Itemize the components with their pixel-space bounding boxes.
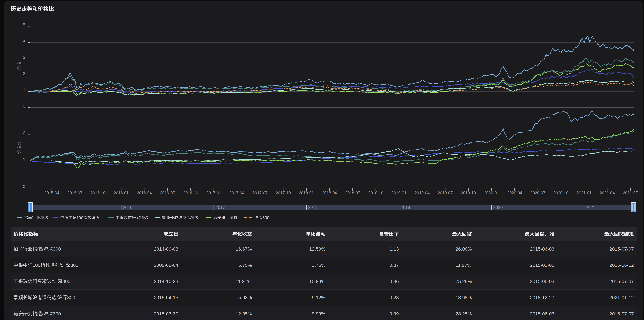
svg-text:2018-12-27: 2018-12-27 [530,295,554,300]
svg-text:2021-01: 2021-01 [576,191,592,195]
svg-text:1.13: 1.13 [390,246,399,252]
svg-text:/: / [42,246,44,252]
svg-text:5: 5 [23,23,25,27]
svg-text:/: / [52,279,53,284]
svg-text:2019-07: 2019-07 [438,191,453,195]
svg-text:16.67%: 16.67% [236,246,252,252]
svg-text:3.75%: 3.75% [312,263,326,268]
svg-text:0.28: 0.28 [390,295,399,300]
svg-text:2020-01: 2020-01 [484,191,499,195]
svg-text:2015-04-15: 2015-04-15 [154,295,178,300]
svg-text:0.99: 0.99 [390,311,399,316]
svg-text:300: 300 [262,215,269,220]
svg-text:5.75%: 5.75% [238,263,252,268]
svg-text:11.91%: 11.91% [236,279,252,284]
svg-text:2015-04: 2015-04 [44,191,59,195]
svg-text:0: 0 [23,104,25,108]
svg-text:2: 2 [23,130,25,135]
svg-text:2018-01: 2018-01 [299,191,314,195]
svg-text:1: 1 [23,157,25,162]
svg-text:18.98%: 18.98% [456,295,472,300]
svg-text:2017-01: 2017-01 [206,191,221,195]
svg-text:2019: 2019 [401,205,410,210]
svg-text:2018-10: 2018-10 [368,191,383,195]
svg-text:2018-07: 2018-07 [345,191,360,195]
svg-text:2015-07-07: 2015-07-07 [610,311,634,316]
svg-text:2015-06-03: 2015-06-03 [530,279,554,284]
svg-text:2015-06-12: 2015-06-12 [610,263,634,268]
svg-text:2020: 2020 [493,205,503,210]
svg-text:12.35%: 12.35% [236,311,252,316]
svg-text:28.25%: 28.25% [456,311,472,316]
svg-text:300: 300 [67,295,75,300]
svg-text:2018: 2018 [308,205,318,210]
svg-text:10.93%: 10.93% [309,279,326,284]
svg-text:2014-10-23: 2014-10-23 [154,279,178,284]
svg-text:/: / [56,295,58,300]
svg-text:2015-03-30: 2015-03-30 [154,311,178,316]
svg-text:11.97%: 11.97% [456,263,472,268]
svg-text:2020-07: 2020-07 [530,191,545,195]
svg-text:2015-07: 2015-07 [68,191,82,195]
svg-text:/: / [60,263,61,268]
svg-text:2016-07: 2016-07 [160,191,175,195]
svg-text:0: 0 [23,184,25,189]
svg-text:2014-09-03: 2014-09-03 [154,246,178,252]
svg-text:2021-04: 2021-04 [600,191,615,195]
svg-text:/: / [42,311,44,316]
svg-text:300: 300 [70,263,78,268]
svg-text:100: 100 [76,215,84,220]
svg-text:2: 2 [23,71,25,76]
svg-text:5.08%: 5.08% [238,295,252,300]
svg-text:2015-06-03: 2015-06-03 [530,311,554,316]
svg-text:0.86: 0.86 [390,279,399,284]
svg-text:2016-01: 2016-01 [114,191,129,195]
svg-text:1: 1 [23,88,25,92]
svg-text:0.87: 0.87 [390,263,399,268]
svg-text:2016-04: 2016-04 [137,191,152,195]
svg-text:2016-10: 2016-10 [183,191,198,195]
svg-text:2015-01-05: 2015-01-05 [530,263,554,268]
svg-text:12.59%: 12.59% [309,246,326,252]
svg-text:300: 300 [62,279,70,284]
svg-text:2021: 2021 [586,205,595,210]
svg-text:26.08%: 26.08% [456,246,472,252]
svg-text:2020-04: 2020-04 [507,191,522,195]
svg-text:9.99%: 9.99% [312,311,326,316]
svg-text:2015-07-07: 2015-07-07 [610,246,634,252]
svg-text:2019-10: 2019-10 [461,191,476,195]
svg-text:2009-09-04: 2009-09-04 [154,263,178,268]
svg-text:100: 100 [32,263,40,268]
svg-text:2017: 2017 [216,205,225,210]
svg-text:25.28%: 25.28% [456,279,472,284]
svg-text:300: 300 [53,246,61,252]
svg-text:4: 4 [23,39,25,43]
svg-text:2020-10: 2020-10 [554,191,568,195]
svg-text:2018-04: 2018-04 [322,191,337,195]
svg-text:3: 3 [23,55,25,60]
svg-text:2017-04: 2017-04 [230,191,244,195]
svg-text:2019-01: 2019-01 [392,191,406,195]
svg-text:9.12%: 9.12% [312,295,326,300]
svg-text:2019-04: 2019-04 [414,191,430,195]
svg-text:2015-06-03: 2015-06-03 [530,246,554,252]
svg-text:2017-07: 2017-07 [252,191,268,195]
svg-text:300: 300 [53,311,61,316]
svg-text:2016: 2016 [123,205,132,210]
svg-text:2017-10: 2017-10 [276,191,291,195]
svg-text:2015-07-07: 2015-07-07 [610,279,634,284]
svg-text:2021-01-12: 2021-01-12 [610,295,634,300]
svg-text:2021-07: 2021-07 [623,191,638,195]
svg-text:2015-10: 2015-10 [90,191,106,195]
